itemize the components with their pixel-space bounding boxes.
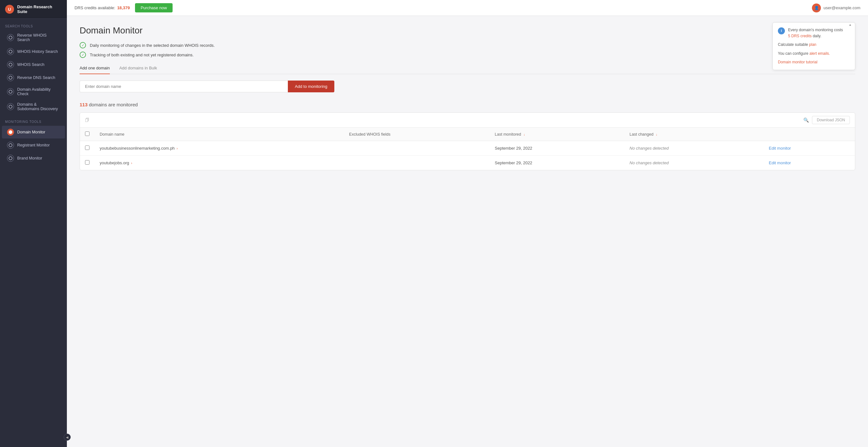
edit-monitor-link-0[interactable]: Edit monitor [769, 146, 791, 151]
svg-point-1 [9, 50, 12, 53]
domain-input-row: Add to monitoring [80, 81, 334, 92]
info-body-text: Every domain's monitoring costs [788, 28, 843, 32]
sidebar-item-domains-discovery[interactable]: Domains & Subdomains Discovery [2, 99, 65, 114]
domain-availability-icon [7, 88, 14, 95]
row-checkbox-cell-1 [80, 156, 95, 170]
info-popup: ▲ i Every domain's monitoring costs 5 DR… [773, 22, 855, 70]
table-header-row: Domain name Excluded WHOIS fields Last m… [80, 128, 855, 141]
row-edit-0: Edit monitor [764, 141, 855, 156]
svg-point-0 [9, 36, 12, 39]
info-tutorial-link[interactable]: Domain monitor tutorial [778, 60, 817, 64]
sidebar-item-label-reverse-whois: Reverse WHOIS Search [17, 33, 60, 42]
th-last-changed[interactable]: Last changed ↓ [624, 128, 764, 141]
domain-table: Domain name Excluded WHOIS fields Last m… [80, 128, 855, 170]
sidebar-item-label-reverse-dns: Reverse DNS Search [17, 75, 55, 80]
sidebar-collapse-button[interactable]: ◀ [64, 434, 71, 441]
tab-add-bulk[interactable]: Add domains in Bulk [119, 66, 157, 74]
registrant-monitor-icon [7, 142, 14, 149]
info-tutorial-line: Domain monitor tutorial [778, 59, 850, 65]
row-checkbox-1[interactable] [85, 160, 90, 165]
info-alert-line: You can configure alert emails. [778, 51, 850, 57]
th-last-changed-label: Last changed [629, 132, 653, 136]
feature-text-0: Daily monitoring of changes in the selec… [90, 43, 215, 48]
info-daily-text: daily. [813, 34, 821, 38]
domain-table-body: youtubebusinessonlinemarketing.com.ph › … [80, 141, 855, 170]
table-search-input[interactable] [93, 118, 800, 123]
last-monitored-sort-icon: ↓ [524, 133, 525, 136]
sidebar-item-domain-availability[interactable]: Domain Availability Check [2, 84, 65, 99]
sidebar-item-reverse-whois[interactable]: Reverse WHOIS Search [2, 30, 65, 45]
th-excluded-whois: Excluded WHOIS fields [344, 128, 489, 141]
row-excluded-whois-0 [344, 141, 489, 156]
info-popup-collapse-button[interactable]: ▲ [848, 22, 852, 27]
row-last-changed-1: No changes detected [624, 156, 764, 170]
feature-text-1: Tracking of both existing and not yet re… [90, 53, 194, 57]
check-icon-1: ✓ [80, 52, 86, 58]
sidebar-header: U Domain Research Suite [0, 0, 67, 19]
domain-link-arrow-0[interactable]: › [177, 147, 178, 150]
info-alert-link[interactable]: alert emails. [809, 51, 830, 56]
table-row: youtubebusinessonlinemarketing.com.ph › … [80, 141, 855, 156]
sidebar-app-title: Domain Research Suite [17, 4, 62, 14]
monitored-text: domains are monitored [89, 102, 137, 107]
search-icon: 🔍 [803, 118, 809, 123]
monitoring-tools-section-label: Monitoring tools [0, 114, 67, 125]
domain-link-arrow-1[interactable]: › [131, 161, 132, 165]
row-domain-0: youtubebusinessonlinemarketing.com.ph › [95, 141, 344, 156]
domain-name-text-0: youtubebusinessonlinemarketing.com.ph [100, 146, 175, 151]
table-toolbar-delete-icon[interactable]: 🗍 [85, 118, 90, 123]
info-plan-link[interactable]: plan [809, 42, 816, 47]
credits-value: 18,379 [117, 5, 130, 10]
user-avatar: 👤 [812, 3, 821, 12]
features-list: ✓ Daily monitoring of changes in the sel… [80, 42, 855, 58]
topbar: DRS credits available: 18,379 Purchase n… [67, 0, 868, 16]
main-content: DRS credits available: 18,379 Purchase n… [67, 0, 868, 447]
feature-item-0: ✓ Daily monitoring of changes in the sel… [80, 42, 855, 49]
monitored-count: 113 [80, 102, 88, 107]
domain-name-input[interactable] [80, 81, 288, 92]
edit-monitor-link-1[interactable]: Edit monitor [769, 160, 791, 165]
tabs: Add one domainAdd domains in Bulk [80, 66, 855, 74]
purchase-now-button[interactable]: Purchase now [135, 3, 173, 12]
check-icon-0: ✓ [80, 42, 86, 49]
sidebar-item-whois-history[interactable]: WHOIS History Search [2, 45, 65, 58]
row-checkbox-0[interactable] [85, 146, 90, 150]
th-last-monitored[interactable]: Last monitored ↓ [490, 128, 624, 141]
feature-item-1: ✓ Tracking of both existing and not yet … [80, 52, 855, 58]
sidebar-logo: U [5, 5, 14, 14]
th-actions [764, 128, 855, 141]
th-select-all [80, 128, 95, 141]
svg-point-2 [9, 63, 12, 66]
svg-point-4 [9, 90, 12, 93]
select-all-checkbox[interactable] [85, 131, 90, 136]
sidebar-item-domain-monitor[interactable]: Domain Monitor [2, 126, 65, 138]
sidebar-item-label-domain-availability: Domain Availability Check [17, 87, 60, 96]
row-last-monitored-0: September 29, 2022 [490, 141, 624, 156]
topbar-right: 👤 user@example.com [812, 3, 860, 12]
tab-add-one[interactable]: Add one domain [80, 66, 110, 74]
sidebar-item-brand-monitor[interactable]: Brand Monitor [2, 152, 65, 165]
svg-point-7 [9, 143, 12, 147]
whois-history-icon [7, 48, 14, 55]
info-icon: i [778, 27, 785, 34]
user-name: user@example.com [824, 5, 860, 10]
domain-monitor-icon [7, 129, 14, 136]
svg-point-6 [9, 131, 12, 134]
sidebar-item-whois-search[interactable]: WHOIS Search [2, 58, 65, 71]
sidebar-item-registrant-monitor[interactable]: Registrant Monitor [2, 139, 65, 152]
th-last-monitored-label: Last monitored [495, 132, 521, 136]
row-checkbox-cell-0 [80, 141, 95, 156]
row-last-monitored-1: September 29, 2022 [490, 156, 624, 170]
reverse-whois-icon [7, 34, 14, 41]
svg-point-3 [9, 76, 12, 79]
row-domain-1: youtubejobs.org › [95, 156, 344, 170]
page-body: ▲ i Every domain's monitoring costs 5 DR… [67, 16, 868, 447]
sidebar-item-label-registrant-monitor: Registrant Monitor [17, 143, 50, 148]
domains-discovery-icon [7, 103, 14, 110]
sidebar-item-reverse-dns[interactable]: Reverse DNS Search [2, 71, 65, 84]
download-json-button[interactable]: Download JSON [812, 116, 850, 124]
table-section: 🗍 🔍 Download JSON Domain name [80, 113, 855, 170]
add-to-monitoring-button[interactable]: Add to monitoring [288, 81, 334, 92]
th-excluded-whois-label: Excluded WHOIS fields [349, 132, 391, 136]
info-credits-link[interactable]: 5 DRS credits [788, 34, 812, 38]
